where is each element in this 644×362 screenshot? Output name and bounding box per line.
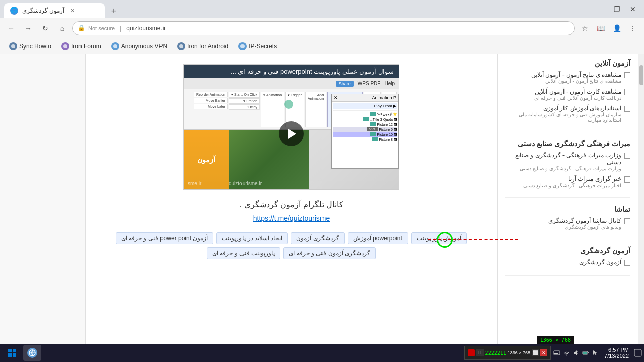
checkbox-2-0[interactable] [624, 153, 630, 159]
sidebar-section-online-exam: آزمون آنلاین مشاهده ی نتایج آزمون - آزمو… [505, 59, 630, 132]
tag-3[interactable]: ایجاد اسلاید در پاورپوینت [216, 232, 288, 244]
maximize-button[interactable]: ❐ [610, 2, 624, 16]
tag-0[interactable]: آموزش پاور پوینت [411, 232, 467, 244]
scrollbar-thumb[interactable] [639, 65, 643, 85]
svg-rect-12 [554, 352, 555, 352]
tag-6[interactable]: پاورپوینت فنی و حرفه ای [207, 247, 280, 259]
address-bar[interactable]: 🔒 Not secure | quiztourisme.ir [72, 21, 575, 35]
tray-volume-icon[interactable] [572, 349, 580, 357]
ribbon-duration[interactable]: Duration: ___ [229, 98, 260, 104]
clock-time: 6:57 PM [604, 347, 629, 353]
bookmark-ipsecrets[interactable]: IP-Secrets [234, 40, 281, 52]
menu-button[interactable]: ⋮ [626, 21, 640, 35]
bookmark-vpn[interactable]: Anonymous VPN [107, 40, 171, 52]
item-title-1-1[interactable]: مشاهده کارت آزمون - آزمون آنلاین [505, 88, 621, 95]
telegram-link[interactable]: https://t.me/quiztourisme [101, 214, 482, 222]
play-button[interactable] [279, 121, 304, 146]
checkbox-1-1[interactable] [624, 89, 630, 95]
checkbox-1-0[interactable] [624, 72, 630, 78]
ribbon-add-animation[interactable]: AddAnimation [305, 92, 326, 127]
video-screenshot: Help WPS PDF Share Shape EffectOptions A… [184, 78, 399, 189]
svg-rect-15 [559, 352, 559, 352]
sidebar-section-heritage: میراث فرهنگی گردشگری صنایع دستی وزارت می… [505, 140, 630, 198]
svg-point-1 [63, 44, 67, 48]
bookmark-sync-howto[interactable]: Sync Howto [5, 40, 55, 52]
sidebar-item-text-4-0: آزمون گردشگری [505, 259, 621, 266]
item-title-2-0[interactable]: وزارت میراث فرهنگی - گردشگری و صنایع دست… [505, 152, 621, 166]
checkbox-1-2[interactable] [624, 106, 630, 112]
window-controls: — ❐ ✕ [594, 2, 640, 16]
bookmark-star-button[interactable]: ☆ [578, 21, 592, 35]
security-icon: 🔒 [78, 25, 85, 31]
tag-2[interactable]: گردشگری آزمون [291, 232, 344, 244]
ribbon-start-onclick[interactable]: Start: On Click ▾ [229, 92, 260, 98]
anim-item-3: 🖼Picture 12 [333, 122, 397, 127]
pause-button[interactable]: ⏸ [476, 349, 484, 356]
item-title-1-0[interactable]: مشاهده ی نتایج آزمون - آزمون آنلاین [505, 71, 621, 78]
wps-help[interactable]: Help [384, 81, 395, 86]
tray-keyboard-icon[interactable] [553, 349, 561, 357]
recording-expand[interactable]: ⬜ [532, 349, 539, 356]
tag-1[interactable]: powerpoint آموزش [348, 232, 408, 244]
item-title-2-1[interactable]: خبر گزاری میراث آریا [505, 175, 621, 183]
recording-close[interactable]: ✕ [540, 349, 547, 356]
wps-pdf[interactable]: WPS PDF [358, 81, 381, 86]
tag-5[interactable]: گردشگری آزمون فنی و حرفه ای [283, 247, 376, 259]
checkbox-4-0[interactable] [624, 260, 630, 266]
main-content: سوال آزمون عملی پاورپوینت powerpoint فنی… [86, 54, 497, 344]
tray-battery-icon[interactable] [582, 349, 590, 357]
share-button[interactable]: Share [336, 81, 354, 87]
tray-cursor-icon[interactable] [591, 349, 599, 357]
bookmark-android-label: Iron for Android [187, 43, 228, 50]
profile-button[interactable]: 👤 [610, 21, 624, 35]
telegram-channel-text: کانال تلگرام آزمون گردشگری . [101, 200, 482, 209]
tag-4[interactable]: آزمون power point فنی و حرفه ای [116, 232, 214, 244]
close-button[interactable]: ✕ [626, 2, 640, 16]
bookmark-forum-icon [61, 42, 69, 50]
svg-marker-18 [574, 350, 577, 355]
new-tab-button[interactable]: + [107, 4, 121, 18]
sidebar-item-text-1-2: استانداردهای آموزش کار آموزی سازمان آموز… [505, 105, 621, 123]
item-title-4-0[interactable]: آزمون گردشگری [505, 259, 621, 266]
ribbon-reorder-animation[interactable]: Reorder Animation [194, 92, 228, 97]
checkbox-3-0[interactable] [624, 218, 630, 224]
back-button[interactable]: ← [4, 21, 18, 35]
ribbon-move-earlier[interactable]: Move Earlier [194, 98, 228, 103]
reload-button[interactable]: ↻ [38, 21, 52, 35]
forward-button[interactable]: → [21, 21, 35, 35]
start-button[interactable] [2, 345, 22, 361]
home-button[interactable]: ⌂ [55, 21, 69, 35]
bookmarks-bar: Sync Howto Iron Forum Anonymous VPN Iron… [0, 38, 644, 54]
item-subtitle-1-2: سازمان آموزش فنی و حرفه ای کشور سامانه م… [505, 112, 621, 123]
sidebar-item-1-2: استانداردهای آموزش کار آموزی سازمان آموز… [505, 105, 630, 123]
ribbon-delay[interactable]: Delay: ___ [229, 104, 260, 110]
svg-rect-11 [554, 351, 560, 355]
record-button[interactable] [468, 349, 475, 356]
bookmark-android[interactable]: Iron for Android [173, 40, 232, 52]
scrollbar[interactable] [638, 54, 644, 344]
reading-list-button[interactable]: 📖 [594, 21, 608, 35]
sidebar-item-text-1-1: مشاهده کارت آزمون - آزمون آنلاین دریافت … [505, 88, 621, 101]
item-title-1-2[interactable]: استانداردهای آموزش کار آموزی [505, 105, 621, 112]
item-title-3-0[interactable]: کانال تماشا آزمون گردشگری [505, 217, 621, 224]
sidebar-item-text-1-0: مشاهده ی نتایج آزمون - آزمون آنلاین مشاه… [505, 71, 621, 84]
minimize-button[interactable]: — [594, 2, 608, 16]
bookmark-iron-forum[interactable]: Iron Forum [57, 40, 105, 52]
taskbar-browser-item[interactable] [23, 345, 41, 361]
anim-item-2: 🖼Title 3-Quota... [333, 117, 397, 122]
play-from-btn[interactable]: ▶ Play From [333, 103, 397, 109]
tray-network-icon[interactable] [562, 349, 571, 357]
ribbon-animation[interactable]: Animation ▾ [261, 92, 284, 127]
tab-close-button[interactable]: ✕ [68, 7, 76, 15]
ribbon-move-later[interactable]: Move Later [194, 104, 228, 109]
checkbox-2-1[interactable] [624, 176, 630, 183]
animation-pane-close[interactable]: ✕ [334, 95, 338, 100]
bookmark-vpn-label: Anonymous VPN [121, 43, 167, 50]
active-tab[interactable]: 🌐 آزمون گردشگری ✕ [4, 3, 105, 18]
system-clock[interactable]: 6:57 PM 7/13/2022 [601, 347, 632, 359]
section1-title: آزمون آنلاین [505, 59, 630, 67]
svg-rect-20 [583, 352, 587, 354]
tab-title: آزمون گردشگری [22, 7, 64, 14]
recording-widget[interactable]: ⏸ 2222211 1366 × 768 ⬜ ✕ [464, 346, 551, 360]
notification-button[interactable] [634, 349, 642, 357]
